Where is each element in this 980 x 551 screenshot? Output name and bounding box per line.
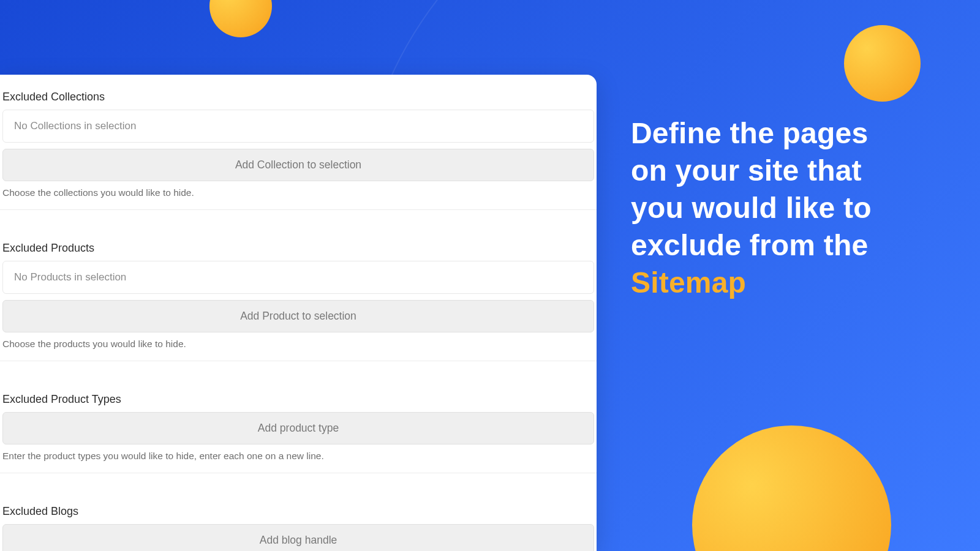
- excluded-product-types-title: Excluded Product Types: [0, 393, 597, 406]
- headline-accent: Sitemap: [631, 266, 746, 299]
- excluded-collections-title: Excluded Collections: [0, 91, 597, 103]
- products-selection-box[interactable]: No Products in selection: [2, 261, 594, 294]
- excluded-products-section: Excluded Products No Products in selecti…: [0, 242, 597, 389]
- decorative-circle-right: [844, 25, 921, 102]
- section-divider: [0, 473, 597, 473]
- collections-selection-box[interactable]: No Collections in selection: [2, 110, 594, 143]
- add-blog-handle-button[interactable]: Add blog handle: [2, 524, 594, 551]
- settings-panel: Excluded Collections No Collections in s…: [0, 75, 597, 551]
- headline-line1: Define the pages: [631, 117, 868, 149]
- headline-line2: on your site that: [631, 154, 862, 187]
- add-product-type-button[interactable]: Add product type: [2, 412, 594, 444]
- excluded-blogs-title: Excluded Blogs: [0, 505, 597, 518]
- excluded-blogs-section: Excluded Blogs Add blog handle Enter the…: [0, 505, 597, 551]
- decorative-circle-top: [209, 0, 272, 37]
- collections-help-text: Choose the collections you would like to…: [2, 187, 597, 198]
- add-collection-button[interactable]: Add Collection to selection: [2, 149, 594, 181]
- headline-line4: exclude from the: [631, 229, 868, 261]
- marketing-headline: Define the pages on your site that you w…: [631, 115, 962, 302]
- product-types-help-text: Enter the product types you would like t…: [2, 451, 597, 462]
- section-divider: [0, 209, 597, 210]
- excluded-collections-section: Excluded Collections No Collections in s…: [0, 91, 597, 238]
- headline-line3: you would like to: [631, 192, 872, 224]
- excluded-products-title: Excluded Products: [0, 242, 597, 255]
- products-help-text: Choose the products you would like to hi…: [2, 339, 597, 350]
- section-divider: [0, 361, 597, 361]
- excluded-product-types-section: Excluded Product Types Add product type …: [0, 393, 597, 501]
- add-product-button[interactable]: Add Product to selection: [2, 300, 594, 332]
